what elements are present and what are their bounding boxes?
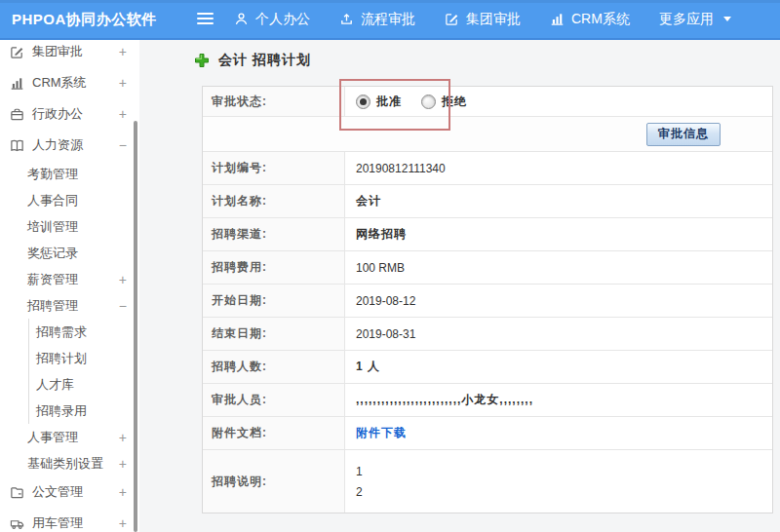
sidebar-item-label: 人力资源: [32, 136, 83, 154]
field-value: 1 人: [345, 351, 772, 383]
bar-chart-icon: [10, 76, 24, 91]
nav-item-label: 更多应用: [659, 11, 714, 28]
sidebar-item[interactable]: 基础类别设置+: [0, 450, 139, 476]
radio-option-label: 拒绝: [442, 94, 467, 110]
approval-status-row: 审批状态: 批准拒绝: [203, 87, 772, 117]
field-row: 开始日期:2019-08-12: [203, 285, 772, 318]
nav-item[interactable]: 更多应用: [659, 11, 731, 28]
field-row: 招聘人数:1 人: [203, 351, 772, 384]
field-value: 12: [345, 450, 772, 513]
sidebar-item[interactable]: 行政办公+: [0, 98, 139, 130]
sidebar-item[interactable]: 人事合同: [0, 187, 139, 213]
car-icon: [10, 516, 24, 531]
nav-item-label: CRM系统: [571, 11, 630, 28]
nav-menu: 个人办公流程审批集团审批CRM系统更多应用: [234, 0, 731, 38]
sidebar-item-label: 行政办公: [32, 105, 83, 123]
field-value: 会计: [345, 185, 772, 217]
expand-icon[interactable]: +: [119, 45, 127, 58]
nav-item[interactable]: 流程审批: [339, 11, 415, 28]
sidebar-item[interactable]: 集团审批+: [0, 40, 139, 67]
field-value: 2019-08-31: [345, 318, 772, 350]
sidebar-menu: 集团审批+CRM系统+行政办公+人力资源−考勤管理人事合同培训管理奖惩记录薪资管…: [0, 40, 139, 532]
field-value-line: 1: [356, 465, 363, 478]
field-label: 审批人员:: [203, 384, 345, 416]
field-row: 招聘说明:12: [203, 450, 772, 513]
person-icon: [234, 12, 249, 26]
expand-icon[interactable]: +: [119, 431, 127, 444]
bar-chart-icon: [550, 12, 565, 26]
approval-options: 批准拒绝: [345, 87, 772, 116]
doc-icon: [10, 485, 24, 500]
field-label: 审批状态:: [203, 87, 345, 116]
sidebar-item[interactable]: 招聘管理−: [0, 292, 139, 319]
nav-item-label: 流程审批: [361, 11, 415, 28]
field-value: 网络招聘: [345, 218, 772, 250]
page-title-bar: 会计 招聘计划: [194, 52, 311, 69]
sidebar-item[interactable]: 招聘录用: [28, 398, 139, 424]
radio-option[interactable]: [421, 95, 436, 109]
sidebar-item[interactable]: 考勤管理: [0, 161, 139, 187]
field-label: 招聘渠道:: [203, 218, 345, 250]
sidebar-item[interactable]: 人力资源−: [0, 130, 139, 161]
field-row: 招聘费用:100 RMB: [203, 251, 772, 285]
sidebar-item[interactable]: 用车管理+: [0, 508, 139, 532]
main-content: 会计 招聘计划 审批状态: 批准拒绝 审批信息 计划编号:20190812111…: [139, 40, 780, 532]
sidebar-item[interactable]: 奖惩记录: [0, 240, 139, 266]
expand-icon[interactable]: +: [119, 273, 127, 286]
expand-icon[interactable]: +: [119, 516, 127, 530]
field-value: 100 RMB: [345, 251, 772, 284]
radio-option[interactable]: [356, 95, 370, 109]
detail-form: 审批状态: 批准拒绝 审批信息 计划编号:20190812111340计划名称:…: [202, 86, 773, 513]
top-nav-bar: PHPOA协同办公软件 个人办公流程审批集团审批CRM系统更多应用: [0, 0, 780, 40]
sidebar-item[interactable]: 公文管理+: [0, 476, 139, 508]
field-label: 计划名称:: [203, 185, 345, 217]
collapse-icon[interactable]: −: [119, 138, 127, 152]
sidebar-item-label: 集团审批: [32, 43, 83, 60]
page-title: 会计 招聘计划: [218, 52, 311, 69]
sidebar-item-label: 基础类别设置: [27, 455, 103, 473]
sidebar-item-label: 考勤管理: [27, 166, 78, 183]
field-value: ,,,,,,,,,,,,,,,,,,,,,,,,,小龙女,,,,,,,,: [345, 384, 772, 416]
field-value: 附件下载: [345, 417, 772, 449]
field-row: 招聘渠道:网络招聘: [203, 218, 772, 251]
sidebar-item[interactable]: CRM系统+: [0, 67, 139, 98]
sidebar-item[interactable]: 招聘需求: [28, 319, 139, 345]
sidebar-item[interactable]: 人事管理+: [0, 424, 139, 450]
nav-item-label: 个人办公: [255, 11, 310, 28]
approval-button-row: 审批信息: [203, 117, 772, 152]
field-row: 附件文档:附件下载: [203, 417, 772, 450]
approval-info-button[interactable]: 审批信息: [646, 123, 721, 146]
add-icon: [194, 53, 210, 68]
sidebar-item[interactable]: 招聘计划: [28, 345, 139, 371]
sidebar-item[interactable]: 培训管理: [0, 213, 139, 240]
sidebar-item[interactable]: 薪资管理+: [0, 266, 139, 292]
sidebar-item-label: 招聘计划: [36, 350, 87, 367]
attachment-download-link[interactable]: 附件下载: [356, 425, 407, 441]
sidebar-item-label: 招聘管理: [27, 297, 78, 315]
hamburger-icon[interactable]: [197, 13, 214, 27]
field-label: 开始日期:: [203, 285, 345, 317]
chevron-down-icon: [723, 17, 731, 21]
expand-icon[interactable]: +: [119, 76, 127, 90]
app-logo: PHPOA协同办公软件: [12, 0, 157, 38]
nav-item[interactable]: 个人办公: [234, 11, 310, 28]
sidebar-scrollbar[interactable]: [134, 121, 137, 532]
field-value: 20190812111340: [345, 152, 772, 184]
nav-item[interactable]: 集团审批: [445, 11, 521, 28]
nav-item[interactable]: CRM系统: [550, 11, 630, 28]
edit-square-icon: [10, 45, 24, 59]
field-row: 审批人员:,,,,,,,,,,,,,,,,,,,,,,,,,小龙女,,,,,,,…: [203, 384, 772, 417]
sidebar-item[interactable]: 人才库: [28, 371, 139, 398]
sidebar-item-label: 培训管理: [27, 218, 78, 236]
field-rows: 计划编号:20190812111340计划名称:会计招聘渠道:网络招聘招聘费用:…: [203, 152, 772, 513]
expand-icon[interactable]: +: [119, 107, 127, 121]
radio-option-label: 批准: [376, 94, 402, 110]
sidebar-item-label: 招聘需求: [36, 323, 87, 341]
expand-icon[interactable]: +: [119, 485, 127, 499]
sidebar-item-label: 用车管理: [32, 514, 83, 532]
sidebar-item-label: 薪资管理: [27, 271, 78, 288]
collapse-icon[interactable]: −: [119, 299, 127, 313]
field-row: 结束日期:2019-08-31: [203, 318, 772, 351]
sidebar: 集团审批+CRM系统+行政办公+人力资源−考勤管理人事合同培训管理奖惩记录薪资管…: [0, 40, 139, 532]
expand-icon[interactable]: +: [119, 457, 127, 471]
